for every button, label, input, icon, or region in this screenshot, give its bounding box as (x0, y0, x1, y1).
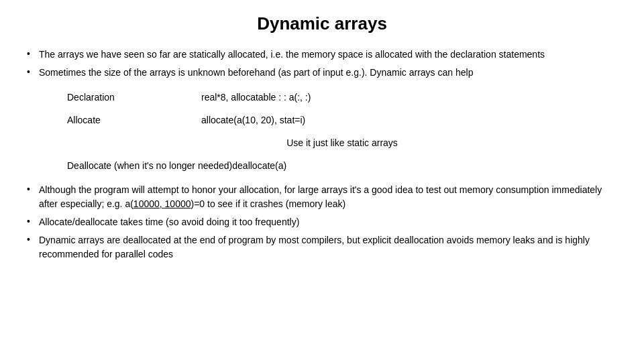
bottom-bullet-dot-3: • (27, 234, 39, 245)
deallocate-label: Deallocate (when it's no longer needed) (67, 160, 232, 171)
bottom-bullet-dot-2: • (27, 216, 39, 227)
bottom-bullet-text-1: Although the program will attempt to hon… (39, 183, 617, 211)
declaration-row: Declaration real*8, allocatable : : a(:,… (67, 92, 617, 103)
declaration-code: real*8, allocatable : : a(:, :) (201, 92, 311, 103)
bullet-text-1: The arrays we have seen so far are stati… (39, 48, 545, 62)
declaration-label: Declaration (67, 92, 201, 103)
bullet-dot-2: • (27, 66, 39, 77)
bottom-bullet-3: • Dynamic arrays are deallocated at the … (27, 233, 617, 261)
underline-code-1: 10000, 10000 (133, 198, 191, 209)
middle-section: Declaration real*8, allocatable : : a(:,… (67, 92, 617, 171)
top-bullets: • The arrays we have seen so far are sta… (27, 48, 617, 80)
bullet-item-1: • The arrays we have seen so far are sta… (27, 48, 617, 62)
bullet-dot-1: • (27, 48, 39, 59)
allocate-label: Allocate (67, 115, 201, 125)
bottom-bullet-1: • Although the program will attempt to h… (27, 183, 617, 211)
bullet-text-2: Sometimes the size of the arrays is unkn… (39, 66, 473, 80)
bottom-bullet-text-3: Dynamic arrays are deallocated at the en… (39, 233, 617, 261)
deallocate-row: Deallocate (when it's no longer needed) … (67, 160, 617, 171)
bottom-bullets: • Although the program will attempt to h… (27, 183, 617, 261)
bottom-bullet-2: • Allocate/deallocate takes time (so avo… (27, 215, 617, 229)
bottom-bullet-text-2: Allocate/deallocate takes time (so avoid… (39, 215, 299, 229)
allocate-code: allocate(a(10, 20), stat=i) (201, 115, 305, 125)
page-title: Dynamic arrays (27, 13, 617, 34)
allocate-row: Allocate allocate(a(10, 20), stat=i) (67, 115, 617, 125)
bottom-bullet-dot-1: • (27, 184, 39, 194)
use-label: Use it just like static arrays (286, 137, 398, 148)
deallocate-code: deallocate(a) (232, 160, 286, 171)
bullet-item-2: • Sometimes the size of the arrays is un… (27, 66, 617, 80)
use-row: Use it just like static arrays (67, 137, 617, 148)
